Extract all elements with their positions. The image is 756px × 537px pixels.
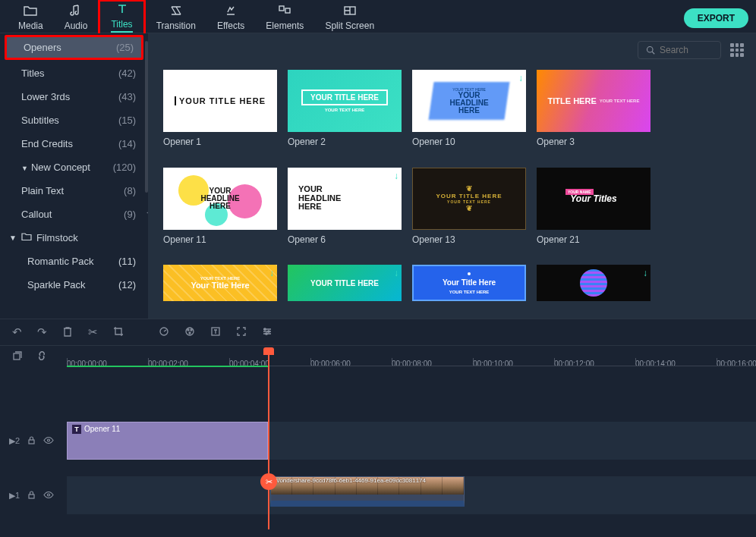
thumb-label: Opener 11 — [163, 234, 277, 245]
tab-label: Effects — [217, 20, 244, 31]
download-icon: ↓ — [643, 268, 647, 278]
sidebar-item-label: End Credits — [21, 138, 73, 149]
sidebar-item-romantic[interactable]: Romantic Pack (11) — [0, 250, 148, 273]
thumb-item[interactable]: Your Title HereYOUR TEXT HERE — [412, 265, 526, 311]
audio-icon — [69, 5, 83, 20]
search-field[interactable] — [660, 45, 713, 55]
thumb-label: Opener 2 — [288, 137, 402, 147]
sidebar-item-titles[interactable]: Titles (42) — [0, 61, 148, 85]
svg-rect-0 — [279, 6, 284, 11]
add-track-icon[interactable] — [12, 350, 23, 363]
thumb-opener6[interactable]: YOURHEADLINEHERE↓ Opener 6 — [288, 168, 402, 255]
video-clip[interactable]: Wondershare-9ccd78f6-6eb1-4469-91ea-e09d… — [270, 476, 465, 507]
delete-icon[interactable] — [62, 326, 73, 339]
track-controls: ▶1 — [0, 491, 67, 501]
sidebar-item-label: Openers — [24, 42, 61, 53]
sidebar-group-filmstock[interactable]: ▼ Filmstock — [0, 226, 148, 250]
undo-icon[interactable]: ↶ — [12, 325, 22, 339]
tab-label: Audio — [65, 20, 88, 31]
sidebar-item-plaintext[interactable]: Plain Text (8) — [0, 179, 148, 203]
tab-audio[interactable]: Audio — [54, 3, 99, 33]
svg-point-3 — [647, 47, 654, 53]
title-clip[interactable]: TOpener 11 — [67, 422, 268, 460]
expand-icon[interactable] — [236, 326, 247, 339]
thumb-opener3[interactable]: TITLE HEREYOUR TEXT HERE Opener 3 — [537, 70, 650, 157]
lock-icon[interactable] — [27, 491, 36, 501]
content-area: YOUR TITLE HERE Opener 1 YOUR TITLE HERE… — [148, 33, 756, 319]
thumb-item[interactable]: YOUR TITLE HERE↓ — [288, 265, 402, 311]
thumb-label: Opener 3 — [537, 137, 650, 147]
tab-transition[interactable]: Transition — [146, 3, 206, 33]
thumb-item[interactable]: ↓ — [537, 265, 650, 311]
track-type-icon: ▶1 — [9, 491, 20, 501]
svg-point-7 — [191, 329, 192, 331]
svg-rect-1 — [285, 8, 290, 13]
sidebar-item-openers[interactable]: Openers (25) — [5, 35, 143, 60]
thumb-opener11[interactable]: YOURHEADLINEHERE Opener 11 — [163, 168, 277, 255]
thumb-label: Opener 13 — [412, 234, 526, 245]
transition-icon — [169, 5, 183, 20]
ruler-tick: 00:00:16:00 — [717, 360, 756, 368]
visibility-icon[interactable] — [43, 491, 54, 501]
main-area: Openers (25) Titles (42) Lower 3rds (43)… — [0, 33, 756, 319]
sidebar-item-count: (120) — [113, 162, 136, 173]
thumbnail-grid: YOUR TITLE HERE Opener 1 YOUR TITLE HERE… — [148, 67, 756, 314]
sidebar-item-lower3rds[interactable]: Lower 3rds (43) — [0, 85, 148, 108]
search-input[interactable] — [638, 41, 721, 59]
sidebar-item-label: Plain Text — [21, 185, 64, 196]
sidebar-item-count: (25) — [116, 42, 134, 53]
sidebar-item-label: Romantic Pack — [27, 256, 93, 267]
export-button[interactable]: EXPORT — [684, 8, 748, 28]
lock-icon[interactable] — [27, 436, 36, 446]
ruler-tick: 00:00:14:00 — [635, 360, 676, 368]
sidebar-item-callout[interactable]: Callout (9) — [0, 203, 148, 226]
sidebar-item-newconcept[interactable]: ▼New Concept (120) — [0, 155, 148, 179]
sidebar-item-label: Titles — [21, 68, 45, 79]
sidebar-item-endcredits[interactable]: End Credits (14) — [0, 132, 148, 155]
sidebar-item-count: (43) — [118, 91, 136, 102]
settings-icon[interactable] — [262, 326, 272, 339]
cut-icon[interactable]: ✂ — [88, 325, 98, 339]
sidebar-item-count: (42) — [118, 68, 136, 79]
tab-titles[interactable]: Titles — [98, 0, 145, 36]
speed-icon[interactable] — [159, 326, 169, 339]
timeline-ruler[interactable]: 00:00:00:00 00:00:02:00 00:00:04:00 00:0… — [67, 350, 756, 366]
tab-elements[interactable]: Elements — [255, 3, 314, 33]
download-icon: ↓ — [394, 171, 398, 181]
track-area[interactable]: Wondershare-9ccd78f6-6eb1-4469-91ea-e09d… — [67, 476, 756, 514]
playhead[interactable] — [268, 347, 269, 529]
track-area[interactable]: TOpener 11 — [67, 422, 756, 460]
redo-icon[interactable]: ↷ — [37, 325, 47, 339]
thumb-label: Opener 6 — [288, 234, 402, 245]
cut-badge-icon[interactable]: ✂ — [260, 473, 277, 490]
thumb-item[interactable]: YOUR TEXT HEREYour Title Here↓ — [163, 265, 277, 311]
visibility-icon[interactable] — [43, 436, 54, 446]
tab-label: Media — [18, 20, 43, 31]
link-icon[interactable] — [36, 350, 47, 363]
grid-view-button[interactable] — [730, 43, 744, 57]
text-tool-icon[interactable] — [210, 326, 221, 339]
color-icon[interactable] — [184, 326, 195, 339]
sidebar-item-count: (15) — [118, 115, 136, 126]
sidebar-item-count: (14) — [118, 138, 136, 149]
clip-label: Wondershare-9ccd78f6-6eb1-4469-91ea-e09d… — [274, 477, 426, 484]
tab-underline — [111, 31, 132, 33]
svg-point-8 — [189, 332, 191, 334]
effects-icon — [224, 5, 238, 20]
sidebar-item-count: (9) — [124, 209, 136, 220]
sidebar-item-label: Sparkle Pack — [27, 279, 86, 290]
tab-media[interactable]: Media — [8, 3, 54, 33]
thumb-opener2[interactable]: YOUR TITLE HEREYOUR TEXT HERE Opener 2 — [288, 70, 402, 157]
thumb-opener10[interactable]: YOUR TEXT HEREYOURHEADLINEHERE ↓ Opener … — [412, 70, 526, 157]
thumb-opener21[interactable]: YOUR NAMEYour Titles Opener 21 — [537, 168, 650, 255]
thumb-opener1[interactable]: YOUR TITLE HERE Opener 1 — [163, 70, 277, 157]
tab-effects[interactable]: Effects — [206, 3, 255, 33]
sidebar-item-count: (8) — [124, 185, 136, 196]
tab-split-screen[interactable]: Split Screen — [314, 3, 385, 33]
folder-icon — [21, 232, 32, 243]
thumb-opener13[interactable]: ❦YOUR TITLE HEREYOUR TEXT HERE❦ Opener 1… — [412, 168, 526, 255]
sidebar-item-subtitles[interactable]: Subtitles (15) — [0, 108, 148, 132]
sidebar-item-sparkle[interactable]: Sparkle Pack (12) — [0, 273, 148, 297]
crop-icon[interactable] — [113, 326, 124, 339]
track-row-title: ▶2 TOpener 11 — [0, 422, 756, 460]
